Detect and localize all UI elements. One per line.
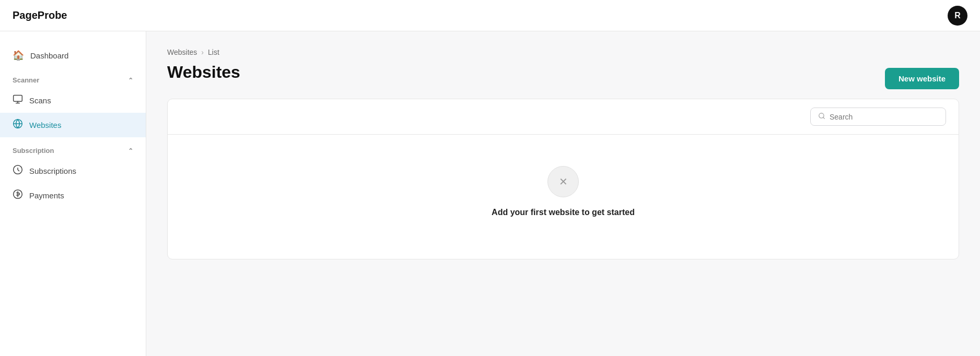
search-icon bbox=[818, 112, 825, 121]
sidebar-item-dashboard[interactable]: 🏠 Dashboard bbox=[0, 44, 146, 67]
sidebar-item-scans[interactable]: Scans bbox=[0, 88, 146, 113]
app-logo: PageProbe bbox=[13, 9, 67, 21]
sidebar: 🏠 Dashboard Scanner ⌃ Scans Websites bbox=[0, 31, 146, 356]
svg-rect-0 bbox=[14, 96, 22, 102]
websites-icon bbox=[13, 118, 23, 132]
sidebar-item-label: Scans bbox=[29, 96, 51, 105]
sidebar-item-subscriptions[interactable]: Subscriptions bbox=[0, 159, 146, 183]
user-avatar[interactable]: R bbox=[948, 6, 967, 26]
websites-card: ✕ Add your first website to get started bbox=[167, 99, 959, 259]
close-icon: ✕ bbox=[559, 175, 568, 188]
main-content: Websites › List Websites New website bbox=[146, 31, 980, 356]
svg-line-8 bbox=[823, 117, 825, 119]
sidebar-item-label: Payments bbox=[29, 191, 64, 200]
card-toolbar bbox=[168, 99, 959, 135]
subscriptions-icon bbox=[13, 164, 23, 177]
section-label: Scanner bbox=[13, 76, 39, 84]
breadcrumb-separator: › bbox=[201, 48, 204, 56]
home-icon: 🏠 bbox=[13, 50, 24, 61]
scans-icon bbox=[13, 94, 23, 107]
section-label: Subscription bbox=[13, 147, 54, 155]
breadcrumb-list: List bbox=[208, 48, 219, 56]
sidebar-item-label: Websites bbox=[29, 121, 61, 129]
chevron-up-icon: ⌃ bbox=[128, 147, 133, 155]
chevron-up-icon: ⌃ bbox=[128, 77, 133, 84]
payments-icon bbox=[13, 189, 23, 202]
breadcrumb-websites[interactable]: Websites bbox=[167, 48, 197, 56]
empty-state: ✕ Add your first website to get started bbox=[168, 135, 959, 259]
sidebar-item-websites[interactable]: Websites bbox=[0, 113, 146, 137]
empty-message: Add your first website to get started bbox=[492, 208, 635, 217]
sidebar-item-payments[interactable]: Payments bbox=[0, 183, 146, 208]
sidebar-item-label: Dashboard bbox=[30, 51, 68, 60]
new-website-button[interactable]: New website bbox=[885, 68, 959, 89]
search-input[interactable] bbox=[830, 113, 938, 121]
empty-icon-circle: ✕ bbox=[547, 166, 579, 197]
sidebar-section-subscription[interactable]: Subscription ⌃ bbox=[0, 137, 146, 159]
search-box bbox=[810, 108, 946, 126]
breadcrumb: Websites › List bbox=[167, 48, 959, 56]
sidebar-section-scanner[interactable]: Scanner ⌃ bbox=[0, 67, 146, 88]
page-title: Websites bbox=[167, 63, 240, 82]
sidebar-item-label: Subscriptions bbox=[29, 167, 76, 175]
